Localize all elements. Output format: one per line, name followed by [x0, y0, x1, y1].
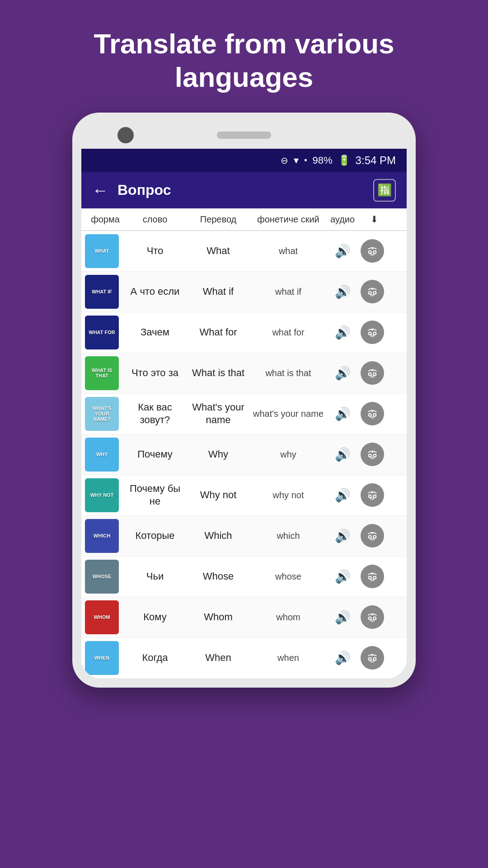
speaker-icon[interactable]: 🔊	[335, 528, 351, 543]
cell-image-1[interactable]: WHAT IF	[85, 275, 126, 309]
owl-icon	[365, 406, 380, 421]
cell-translation-7: Which	[184, 529, 252, 542]
cell-audio-10[interactable]: 🔊	[324, 651, 361, 665]
cell-audio-7[interactable]: 🔊	[324, 528, 361, 543]
cell-word-7: Которые	[126, 529, 184, 542]
table-body: WHAT Что What what 🔊	[81, 231, 407, 679]
app-bar-title: Вопрос	[117, 182, 364, 198]
cell-owl-7[interactable]	[361, 524, 388, 547]
table-row: WHY Почему Why why 🔊	[81, 434, 407, 475]
table-row: WHAT IS THAT Что это за What is that wha…	[81, 353, 407, 394]
cell-translation-3: What is that	[184, 367, 252, 380]
do-not-disturb-icon: ⊖	[281, 155, 288, 166]
table-header: форма слово Перевод фонетиче ский аудио …	[81, 208, 407, 231]
cell-word-1: А что если	[126, 285, 184, 298]
cell-phonetic-0: what	[252, 245, 324, 257]
svg-point-42	[369, 577, 371, 579]
svg-point-44	[370, 579, 375, 581]
cell-audio-4[interactable]: 🔊	[324, 406, 361, 421]
cell-owl-6[interactable]	[361, 483, 388, 507]
time: 3:54 PM	[356, 154, 396, 167]
svg-point-19	[370, 376, 375, 378]
speaker-icon[interactable]: 🔊	[335, 244, 351, 259]
cell-image-4[interactable]: What's your name?	[85, 397, 126, 431]
cell-image-9[interactable]: WHOM	[85, 600, 126, 634]
status-bar: ⊖ ▾ ▪ 98% 🔋 3:54 PM	[81, 149, 407, 172]
owl-icon	[365, 244, 380, 258]
translate-icon[interactable]: 🈯	[373, 179, 396, 202]
cell-audio-8[interactable]: 🔊	[324, 569, 361, 584]
cell-phonetic-2: what for	[252, 326, 324, 338]
cell-owl-0[interactable]	[361, 239, 388, 263]
svg-point-49	[370, 620, 375, 622]
owl-icon	[365, 488, 380, 502]
table-row: What's your name? Как вас зовут? What's …	[81, 394, 407, 434]
cell-audio-1[interactable]: 🔊	[324, 284, 361, 299]
owl-icon	[365, 651, 380, 665]
table-row: WHAT Что What what 🔊	[81, 231, 407, 272]
cell-translation-1: What if	[184, 285, 252, 298]
cell-image-2[interactable]: WHAT FOR	[85, 316, 126, 349]
cell-audio-2[interactable]: 🔊	[324, 325, 361, 340]
table-row: WHICH Которые Which which 🔊	[81, 516, 407, 557]
speaker-icon[interactable]: 🔊	[335, 488, 351, 503]
cell-word-0: Что	[126, 245, 184, 258]
cell-word-9: Кому	[126, 611, 184, 624]
table-row: WHAT FOR Зачем What for what for 🔊	[81, 312, 407, 353]
cell-owl-4[interactable]	[361, 402, 388, 425]
cell-image-8[interactable]: WHOSE	[85, 560, 126, 594]
cell-image-6[interactable]: WHY NOT	[85, 478, 126, 512]
svg-point-8	[374, 292, 375, 294]
cell-audio-5[interactable]: 🔊	[324, 447, 361, 462]
cell-audio-0[interactable]: 🔊	[324, 244, 361, 259]
cell-translation-5: Why	[184, 448, 252, 461]
speaker-icon[interactable]: 🔊	[335, 284, 351, 299]
cell-owl-8[interactable]	[361, 565, 388, 588]
back-button[interactable]: ←	[92, 181, 108, 200]
speaker-icon[interactable]: 🔊	[335, 406, 351, 421]
speaker-icon[interactable]: 🔊	[335, 447, 351, 462]
cell-image-3[interactable]: WHAT IS THAT	[85, 356, 126, 390]
speaker-icon[interactable]: 🔊	[335, 366, 351, 381]
table-row: WHAT IF А что если What if what if 🔊	[81, 272, 407, 312]
cell-owl-9[interactable]	[361, 605, 388, 629]
cell-image-10[interactable]: WHEN	[85, 641, 126, 675]
svg-point-27	[369, 455, 371, 457]
cell-image-5[interactable]: WHY	[85, 438, 126, 472]
cell-owl-2[interactable]	[361, 321, 388, 344]
svg-point-32	[369, 495, 371, 497]
cell-image-7[interactable]: WHICH	[85, 519, 126, 553]
col-download[interactable]: ⬇	[361, 214, 388, 225]
cell-owl-1[interactable]	[361, 280, 388, 303]
cell-phonetic-6: why not	[252, 489, 324, 501]
wifi-icon: ▾	[294, 155, 299, 166]
svg-point-34	[370, 498, 375, 500]
svg-point-43	[374, 577, 375, 579]
svg-point-2	[369, 251, 371, 253]
table-row: WHOSE Чьи Whose whose 🔊	[81, 557, 407, 597]
cell-image-0[interactable]: WHAT	[85, 234, 126, 268]
svg-point-22	[369, 414, 371, 416]
svg-point-18	[374, 373, 375, 375]
cell-translation-4: What's your name	[184, 401, 252, 427]
cell-audio-6[interactable]: 🔊	[324, 488, 361, 503]
svg-point-12	[369, 333, 371, 335]
cell-translation-2: What for	[184, 326, 252, 339]
battery-percent: 98%	[313, 155, 333, 166]
svg-point-7	[369, 292, 371, 294]
svg-point-37	[369, 536, 371, 538]
speaker-icon[interactable]: 🔊	[335, 569, 351, 584]
battery-icon: 🔋	[338, 155, 350, 166]
cell-owl-5[interactable]	[361, 443, 388, 466]
cell-owl-10[interactable]	[361, 646, 388, 670]
cell-owl-3[interactable]	[361, 361, 388, 385]
speaker-icon[interactable]: 🔊	[335, 610, 351, 625]
cell-audio-3[interactable]: 🔊	[324, 366, 361, 381]
phone-top-bar	[81, 122, 407, 149]
owl-icon	[365, 325, 380, 340]
owl-icon	[365, 366, 380, 380]
speaker-icon[interactable]: 🔊	[335, 325, 351, 340]
cell-audio-9[interactable]: 🔊	[324, 610, 361, 625]
owl-icon	[365, 610, 380, 624]
speaker-icon[interactable]: 🔊	[335, 651, 351, 665]
